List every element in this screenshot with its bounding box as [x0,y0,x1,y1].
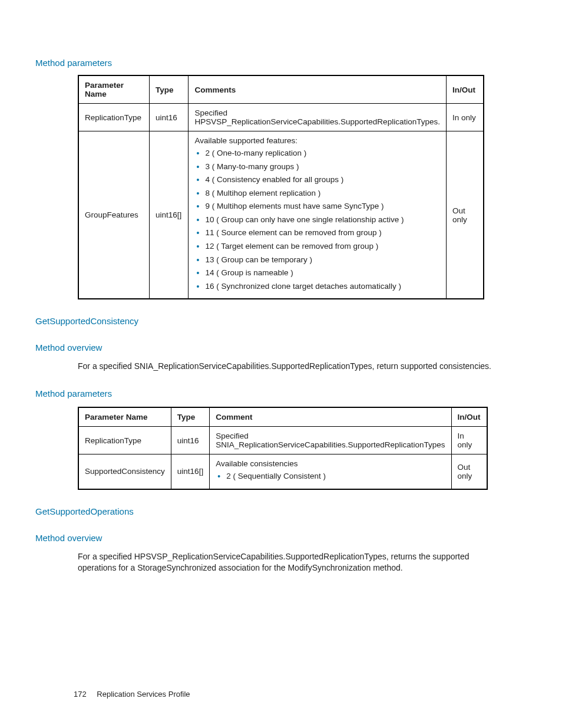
col-header-comment: Comment [210,407,451,427]
cell-inout: Out only [451,454,487,489]
feature-list: 2 ( One-to-many replication ) 3 ( Many-t… [194,147,439,292]
table-header-row: Parameter Name Type Comments In/Out [78,75,484,104]
col-header-type: Type [149,75,189,104]
cell-inout: In only [446,104,484,131]
cell-param-name: GroupFeatures [78,131,149,299]
col-header-comments: Comments [189,75,446,104]
col-header-type: Type [171,407,209,427]
cell-type: uint16 [149,104,189,131]
method-overview-text-2: For a specified SNIA_ReplicationServiceC… [78,361,497,372]
comment-intro: Available supported features: [194,136,439,145]
col-header-param: Parameter Name [78,407,171,427]
list-item: 8 ( Multihop element replication ) [194,187,439,199]
list-item: 3 ( Many-to-many groups ) [194,161,439,173]
list-item: 16 ( Synchronized clone target detaches … [194,281,439,292]
page-footer: 172 Replication Services Profile [74,690,190,699]
page-number: 172 [74,690,87,699]
comment-intro: Available consistencies [216,459,445,468]
list-item: 9 ( Multihop elements must have same Syn… [194,200,439,212]
cell-type: uint16 [171,427,209,454]
table-row: ReplicationType uint16 Specified HPSVSP_… [78,104,484,131]
cell-inout: Out only [446,131,484,299]
list-item: 10 ( Group can only have one single rela… [194,214,439,226]
table-row: SupportedConsistency uint16[] Available … [78,454,487,489]
method-parameters-heading-2: Method parameters [35,388,527,398]
consistency-list: 2 ( Sequentially Consistent ) [216,470,445,482]
method-overview-heading-3: Method overview [35,533,527,543]
footer-title: Replication Services Profile [97,690,190,699]
cell-type: uint16[] [149,131,189,299]
parameters-table-1: Parameter Name Type Comments In/Out Repl… [78,75,484,299]
cell-type: uint16[] [171,454,209,489]
cell-comment: Specified SNIA_ReplicationServiceCapabil… [210,427,451,454]
col-header-inout: In/Out [446,75,484,104]
col-header-inout: In/Out [451,407,487,427]
cell-comment: Specified HPSVSP_ReplicationServiceCapab… [189,104,446,131]
list-item: 2 ( Sequentially Consistent ) [216,470,445,482]
table-row: GroupFeatures uint16[] Available support… [78,131,484,299]
cell-param-name: SupportedConsistency [78,454,171,489]
col-header-param: Parameter Name [78,75,149,104]
list-item: 11 ( Source element can be removed from … [194,227,439,239]
method-overview-text-3: For a specified HPSVSP_ReplicationServic… [78,551,497,574]
list-item: 13 ( Group can be temporary ) [194,254,439,266]
parameters-table-2: Parameter Name Type Comment In/Out Repli… [78,407,488,490]
list-item: 2 ( One-to-many replication ) [194,147,439,159]
cell-param-name: ReplicationType [78,427,171,454]
get-supported-consistency-heading: GetSupportedConsistency [35,316,527,326]
cell-inout: In only [451,427,487,454]
cell-comment: Available supported features: 2 ( One-to… [189,131,446,299]
table-row: ReplicationType uint16 Specified SNIA_Re… [78,427,487,454]
list-item: 4 ( Consistency enabled for all groups ) [194,174,439,186]
get-supported-operations-heading: GetSupportedOperations [35,506,527,516]
list-item: 14 ( Group is nameable ) [194,267,439,279]
cell-comment: Available consistencies 2 ( Sequentially… [210,454,451,489]
list-item: 12 ( Target element can be removed from … [194,241,439,252]
method-overview-heading-2: Method overview [35,342,527,353]
cell-param-name: ReplicationType [78,104,149,131]
method-parameters-heading-1: Method parameters [35,58,527,68]
table-header-row: Parameter Name Type Comment In/Out [78,407,487,427]
